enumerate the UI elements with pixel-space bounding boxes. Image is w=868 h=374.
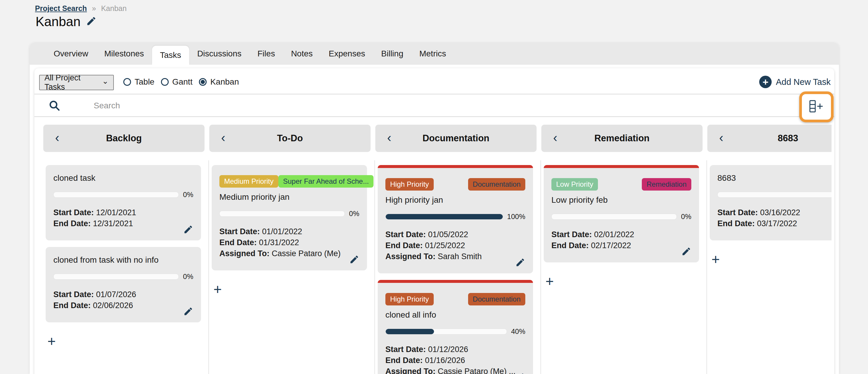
edit-task-icon[interactable] xyxy=(349,254,359,266)
task-card[interactable]: cloned from task with no info0%Start Dat… xyxy=(45,247,201,322)
task-dates: Start Date: 01/12/2026End Date: 01/16/20… xyxy=(385,344,525,374)
progress-row: 100% xyxy=(385,212,525,221)
progress-bar-track xyxy=(53,274,179,280)
progress-bar-fill xyxy=(386,214,503,219)
overdue-indicator-bar xyxy=(544,165,699,168)
edit-project-name-icon[interactable] xyxy=(86,16,97,28)
task-title: Medium priority jan xyxy=(219,192,359,202)
task-card[interactable]: Low PriorityRemediationLow priority feb0… xyxy=(544,165,699,262)
edit-task-icon[interactable] xyxy=(681,247,691,258)
column-title: Backlog xyxy=(106,133,142,144)
task-dates: Start Date: 12/01/2021End Date: 12/31/20… xyxy=(53,207,193,229)
collapse-column-icon[interactable]: ‹ xyxy=(221,132,225,144)
task-card[interactable]: 86830%Start Date: 03/16/2022End Date: 03… xyxy=(710,165,832,240)
progress-percent: 100% xyxy=(507,212,525,221)
assigned-to: Assigned To: Sarah Smith xyxy=(385,251,525,262)
column-header[interactable]: ‹Backlog xyxy=(43,125,205,152)
progress-percent: 40% xyxy=(511,327,525,336)
tab-metrics[interactable]: Metrics xyxy=(411,42,454,65)
task-filter-select[interactable]: All Project Tasks ⌄ xyxy=(39,75,114,90)
end-date: End Date: 02/06/2026 xyxy=(53,300,193,311)
column-header[interactable]: ‹Documentation xyxy=(375,125,536,152)
search-input[interactable] xyxy=(93,98,746,113)
tab-expenses[interactable]: Expenses xyxy=(321,42,373,65)
overdue-indicator-bar xyxy=(378,165,533,168)
kanban-board: ‹Backlogcloned task0%Start Date: 12/01/2… xyxy=(43,117,832,374)
column-divider xyxy=(707,160,707,374)
column-title: To-Do xyxy=(277,133,303,144)
edit-task-icon[interactable] xyxy=(183,306,193,318)
start-date: Start Date: 02/01/2022 xyxy=(551,229,691,240)
overdue-indicator-bar xyxy=(378,280,533,283)
end-date: End Date: 03/17/2022 xyxy=(717,218,832,229)
add-column-button[interactable] xyxy=(799,91,834,122)
progress-bar-track xyxy=(385,328,507,335)
breadcrumb-separator: » xyxy=(92,4,96,12)
collapse-column-icon[interactable]: ‹ xyxy=(387,132,391,144)
start-date: Start Date: 01/01/2022 xyxy=(219,226,359,237)
tab-milestones[interactable]: Milestones xyxy=(96,42,152,65)
task-card[interactable]: High PriorityDocumentationHigh priority … xyxy=(378,165,533,274)
column-divider xyxy=(374,160,375,374)
search-icon xyxy=(48,99,60,113)
priority-badge: Low Priority xyxy=(551,178,598,191)
edit-task-icon[interactable] xyxy=(183,224,193,236)
tab-billing[interactable]: Billing xyxy=(373,42,411,65)
status-badge: Super Far Ahead of Sche... xyxy=(278,175,374,188)
status-badge: Documentation xyxy=(468,178,525,191)
task-card[interactable]: High PriorityDocumentationcloned all inf… xyxy=(378,280,533,374)
collapse-column-icon[interactable]: ‹ xyxy=(719,132,723,144)
progress-bar-track xyxy=(551,214,677,220)
edit-task-icon[interactable] xyxy=(515,257,525,269)
end-date: End Date: 01/31/2022 xyxy=(219,237,359,248)
tab-notes[interactable]: Notes xyxy=(283,42,321,65)
column-title: Documentation xyxy=(423,133,490,144)
tab-overview[interactable]: Overview xyxy=(45,42,96,65)
edit-task-icon[interactable] xyxy=(515,372,525,374)
start-date: Start Date: 12/01/2021 xyxy=(53,207,193,218)
breadcrumb: Project Search » Kanban xyxy=(35,4,127,13)
add-new-task-button[interactable]: + Add New Task xyxy=(759,76,831,88)
column-body: 86830%Start Date: 03/16/2022End Date: 03… xyxy=(707,152,832,266)
view-radio-table[interactable]: Table xyxy=(123,77,154,87)
add-card-button[interactable]: + xyxy=(711,252,723,266)
collapse-column-icon[interactable]: ‹ xyxy=(553,132,557,144)
end-date: End Date: 12/31/2021 xyxy=(53,218,193,229)
progress-bar-track xyxy=(53,192,179,198)
column-header[interactable]: ‹Remediation xyxy=(541,125,703,152)
kanban-column-remediation: ‹RemediationLow PriorityRemediationLow p… xyxy=(541,117,707,374)
priority-badge: High Priority xyxy=(385,293,434,306)
start-date: Start Date: 01/07/2026 xyxy=(53,289,193,300)
radio-circle-icon xyxy=(123,78,131,86)
breadcrumb-project-search-link[interactable]: Project Search xyxy=(35,4,87,12)
column-header[interactable]: ‹8683 xyxy=(707,125,832,152)
tab-tasks[interactable]: Tasks xyxy=(152,46,189,65)
page-title: Kanban xyxy=(36,14,81,29)
add-card-button[interactable]: + xyxy=(48,334,59,348)
kanban-column-8683: ‹868386830%Start Date: 03/16/2022End Dat… xyxy=(707,117,832,374)
tasks-panel: All Project Tasks ⌄ TableGanttKanban + A… xyxy=(34,68,834,374)
tab-files[interactable]: Files xyxy=(250,42,283,65)
column-header[interactable]: ‹To-Do xyxy=(209,125,371,152)
kanban-column-to-do: ‹To-DoMedium PrioritySuper Far Ahead of … xyxy=(209,117,375,374)
status-badge: Documentation xyxy=(468,293,525,306)
add-card-button[interactable]: + xyxy=(546,274,557,289)
view-radio-label: Table xyxy=(134,77,154,87)
task-dates: Start Date: 02/01/2022End Date: 02/17/20… xyxy=(551,229,691,251)
collapse-column-icon[interactable]: ‹ xyxy=(55,132,59,144)
add-new-task-label: Add New Task xyxy=(776,77,831,87)
add-card-button[interactable]: + xyxy=(213,282,225,296)
task-title: cloned all info xyxy=(385,310,525,320)
progress-row: 40% xyxy=(385,327,525,336)
view-radio-gantt[interactable]: Gantt xyxy=(161,77,192,87)
task-title: cloned from task with no info xyxy=(53,255,193,265)
project-tabs: OverviewMilestonesTasksDiscussionsFilesN… xyxy=(30,42,839,65)
progress-percent: 0% xyxy=(183,272,193,281)
task-title: cloned task xyxy=(53,173,193,183)
view-radio-kanban[interactable]: Kanban xyxy=(199,77,239,87)
tab-discussions[interactable]: Discussions xyxy=(189,42,249,65)
column-divider xyxy=(208,160,209,374)
progress-row: 0% xyxy=(717,191,832,199)
task-card[interactable]: Medium PrioritySuper Far Ahead of Sche..… xyxy=(212,165,367,270)
task-card[interactable]: cloned task0%Start Date: 12/01/2021End D… xyxy=(45,165,201,240)
